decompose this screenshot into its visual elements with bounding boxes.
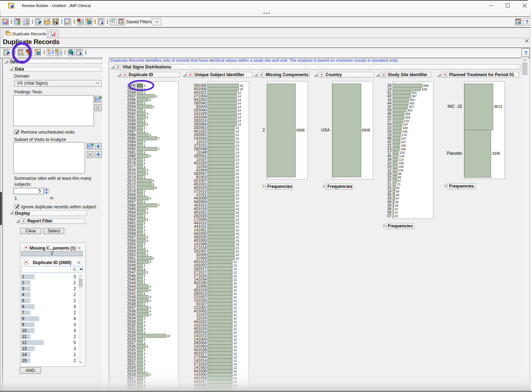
svg-text:3: 3 <box>146 172 148 176</box>
svg-text:12: 12 <box>233 285 237 288</box>
svg-text:255: 255 <box>405 116 410 119</box>
svg-text:2: 2 <box>144 200 145 204</box>
svg-text:14: 14 <box>237 94 241 98</box>
svg-text:2: 2 <box>144 158 145 161</box>
svg-text:28: 28 <box>395 204 398 207</box>
svg-text:2: 2 <box>144 232 145 235</box>
svg-text:5: 5 <box>152 183 154 186</box>
svg-text:665: 665 <box>423 84 429 87</box>
svg-text:167: 167 <box>401 137 406 140</box>
svg-text:99: 99 <box>398 172 401 176</box>
svg-text:2: 2 <box>144 274 145 278</box>
svg-text:3345: 3345 <box>492 151 501 155</box>
svg-text:2: 2 <box>144 225 145 228</box>
svg-text:4: 4 <box>149 98 151 102</box>
svg-text:13: 13 <box>235 246 239 250</box>
svg-text:124: 124 <box>399 154 404 158</box>
svg-text:47: 47 <box>396 197 399 200</box>
svg-text:07: 07 <box>387 214 392 218</box>
svg-text:13: 13 <box>235 147 239 151</box>
svg-text:114: 114 <box>399 158 404 161</box>
svg-text:12: 12 <box>233 278 237 281</box>
svg-text:3: 3 <box>24 23 25 25</box>
svg-text:6: 6 <box>155 94 157 98</box>
svg-text:12: 12 <box>233 341 237 345</box>
svg-text:3: 3 <box>146 116 148 119</box>
svg-text:7: 7 <box>158 137 160 140</box>
svg-text:2: 2 <box>144 119 145 123</box>
svg-text:3: 3 <box>146 207 148 211</box>
svg-text:12: 12 <box>233 310 237 313</box>
svg-text:3: 3 <box>146 345 148 348</box>
svg-text:13: 13 <box>235 250 239 253</box>
svg-text:14: 14 <box>237 98 241 102</box>
svg-text:3: 3 <box>146 239 148 243</box>
svg-text:12: 12 <box>233 366 237 369</box>
svg-text:12: 12 <box>233 345 237 348</box>
svg-text:12: 12 <box>233 295 237 299</box>
svg-text:56: 56 <box>396 186 400 190</box>
svg-text:12: 12 <box>233 320 237 324</box>
svg-text:USA: USA <box>321 128 330 133</box>
svg-text:255: 255 <box>405 112 410 116</box>
svg-text:12: 12 <box>233 352 237 355</box>
svg-text:3: 3 <box>146 250 148 253</box>
svg-text:2: 2 <box>144 292 145 295</box>
svg-text:2: 2 <box>144 214 145 218</box>
svg-text:2: 2 <box>144 317 145 320</box>
svg-text:12: 12 <box>233 355 237 359</box>
svg-text:14: 14 <box>237 91 241 94</box>
svg-text:2: 2 <box>144 221 145 225</box>
svg-text:104: 104 <box>398 169 404 172</box>
svg-text:12: 12 <box>233 292 237 295</box>
svg-text:5: 5 <box>152 179 154 183</box>
svg-text:2: 2 <box>144 130 145 133</box>
svg-text:6: 6 <box>155 186 157 190</box>
svg-text:13: 13 <box>235 235 239 239</box>
svg-text:7: 7 <box>158 204 160 207</box>
svg-text:2: 2 <box>144 355 145 359</box>
svg-text:2: 2 <box>144 352 145 355</box>
svg-text:2: 2 <box>144 366 145 369</box>
svg-text:12: 12 <box>233 331 237 334</box>
svg-text:3: 3 <box>146 169 148 172</box>
svg-text:13: 13 <box>235 130 239 133</box>
svg-text:2: 2 <box>262 128 265 133</box>
svg-text:354: 354 <box>410 98 415 102</box>
svg-text:3: 3 <box>146 218 148 221</box>
svg-text:4: 4 <box>149 285 151 288</box>
svg-text:2: 2 <box>144 320 145 324</box>
svg-text:NIC .15: NIC .15 <box>448 104 462 109</box>
svg-text:2: 2 <box>144 246 145 250</box>
svg-text:3613: 3613 <box>494 104 502 109</box>
svg-text:12: 12 <box>233 288 237 292</box>
svg-text:13: 13 <box>235 225 239 228</box>
svg-text:2: 2 <box>144 193 145 197</box>
svg-text:2: 2 <box>144 144 145 147</box>
svg-text:12: 12 <box>233 324 237 327</box>
svg-text:22: 22 <box>394 207 398 211</box>
svg-text:155: 155 <box>400 144 406 147</box>
svg-text:2: 2 <box>144 126 145 130</box>
svg-text:4: 4 <box>149 197 151 200</box>
svg-text:13: 13 <box>235 204 239 207</box>
svg-text:12: 12 <box>233 313 237 317</box>
svg-text:132: 132 <box>399 151 405 154</box>
svg-text:3: 3 <box>146 235 148 239</box>
svg-text:2: 2 <box>144 331 145 334</box>
svg-text:12: 12 <box>233 362 237 366</box>
svg-text:13: 13 <box>235 207 239 211</box>
svg-text:2: 2 <box>144 109 145 112</box>
svg-text:14: 14 <box>237 119 241 123</box>
svg-text:87: 87 <box>398 179 401 183</box>
svg-text:12: 12 <box>233 274 237 278</box>
svg-text:14: 14 <box>237 112 241 116</box>
svg-text:2: 2 <box>144 264 145 267</box>
svg-text:13: 13 <box>235 193 239 197</box>
svg-text:397: 397 <box>411 94 417 98</box>
svg-text:13: 13 <box>235 133 239 137</box>
svg-text:13: 13 <box>235 214 239 218</box>
svg-text:14: 14 <box>237 123 241 126</box>
svg-text:2: 2 <box>144 161 145 165</box>
svg-text:12: 12 <box>233 281 237 285</box>
